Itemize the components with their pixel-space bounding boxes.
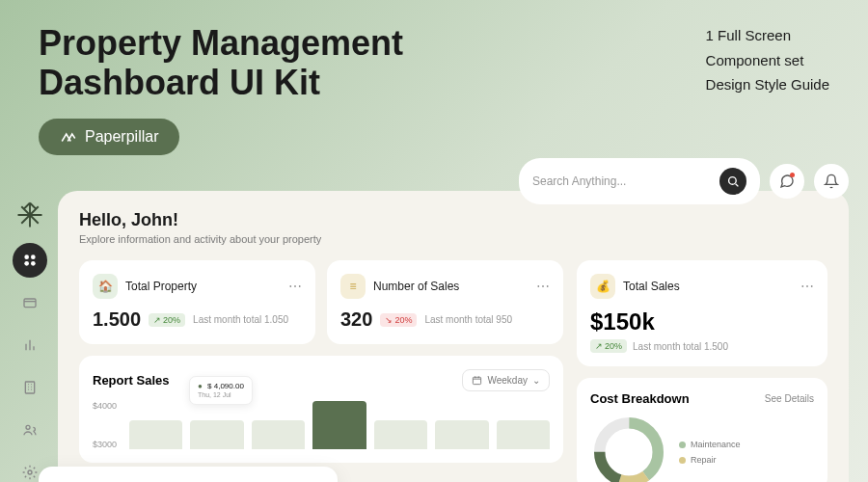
donut-chart bbox=[590, 414, 667, 482]
greeting-title: Hello, John! bbox=[79, 210, 827, 230]
hero-bullets: 1 Full Screen Component set Design Style… bbox=[706, 23, 829, 97]
chart-bar bbox=[252, 420, 305, 449]
svg-point-0 bbox=[728, 176, 736, 184]
report-chart: $4000 $3000 $ 4,090.00 Thu, 12 Jul bbox=[93, 401, 550, 449]
chart-tooltip: $ 4,090.00 Thu, 12 Jul bbox=[189, 376, 253, 405]
notification-dot bbox=[790, 173, 795, 177]
greeting-subtitle: Explore information and activity about y… bbox=[79, 233, 827, 245]
svg-rect-9 bbox=[474, 377, 481, 384]
total-property-card: 🏠 Total Property ⋯ 1.500 ↗ 20% Last mont… bbox=[79, 260, 315, 344]
sidebar bbox=[10, 201, 50, 482]
chart-bar bbox=[435, 420, 488, 449]
svg-point-4 bbox=[31, 261, 36, 266]
chart-bar bbox=[129, 420, 182, 449]
chart-icon bbox=[22, 337, 38, 353]
wallet-icon bbox=[22, 295, 38, 310]
grid-icon bbox=[22, 253, 38, 268]
more-icon[interactable]: ⋯ bbox=[288, 279, 302, 294]
sidebar-item-property[interactable] bbox=[13, 370, 47, 405]
sales-icon: ≡ bbox=[340, 274, 366, 299]
svg-rect-6 bbox=[25, 382, 34, 393]
greeting: Hello, John! Explore information and act… bbox=[79, 210, 827, 245]
money-bag-icon: 💰 bbox=[590, 274, 615, 299]
legend-item: Repair bbox=[679, 455, 741, 465]
brand-pill[interactable]: Paperpillar bbox=[39, 119, 179, 155]
dashboard-panel: Search Anything... bbox=[58, 191, 849, 482]
search-button[interactable] bbox=[719, 168, 746, 195]
bell-icon bbox=[824, 174, 839, 189]
svg-point-7 bbox=[26, 425, 30, 429]
sidebar-item-dashboard[interactable] bbox=[13, 243, 47, 278]
chevron-down-icon: ⌄ bbox=[532, 375, 540, 386]
cost-breakdown-card: Cost Breakdown See Details Maintenance R… bbox=[577, 378, 827, 482]
sidebar-item-analytics[interactable] bbox=[13, 328, 47, 362]
calendar-icon bbox=[472, 375, 482, 386]
property-icon: 🏠 bbox=[93, 274, 118, 299]
trend-down-icon: ↘ 20% bbox=[380, 313, 417, 327]
trend-up-icon: ↗ 20% bbox=[590, 339, 627, 353]
chart-bar-active bbox=[312, 401, 366, 449]
chart-bar bbox=[374, 420, 427, 449]
more-icon[interactable]: ⋯ bbox=[536, 279, 550, 294]
chat-button[interactable] bbox=[770, 164, 804, 199]
more-icon[interactable]: ⋯ bbox=[800, 279, 814, 294]
sidebar-item-users[interactable] bbox=[13, 413, 47, 447]
total-sales-card: 💰 Total Sales ⋯ $150k ↗ 20% Last month t… bbox=[577, 260, 827, 366]
building-icon bbox=[22, 380, 38, 395]
trend-up-icon: ↗ 20% bbox=[149, 313, 185, 327]
svg-point-8 bbox=[28, 470, 32, 474]
search-icon bbox=[727, 175, 740, 188]
svg-point-3 bbox=[24, 261, 29, 266]
sidebar-item-wallet[interactable] bbox=[13, 285, 47, 320]
users-icon bbox=[22, 422, 38, 438]
brand-logo-icon bbox=[60, 128, 77, 146]
bell-button[interactable] bbox=[814, 164, 849, 199]
gear-icon bbox=[22, 465, 38, 480]
last-transactions-card: Last Transactions See All bbox=[39, 467, 338, 482]
chart-bar bbox=[190, 420, 243, 449]
svg-point-1 bbox=[24, 254, 29, 259]
period-dropdown[interactable]: Weekday ⌄ bbox=[462, 369, 550, 391]
svg-rect-5 bbox=[24, 299, 36, 308]
number-sales-card: ≡ Number of Sales ⋯ 320 ↘ 20% Last month… bbox=[327, 260, 563, 344]
report-sales-card: Report Sales Weekday ⌄ $4000 $3000 $ 4,0… bbox=[79, 356, 563, 463]
svg-point-2 bbox=[31, 254, 36, 259]
chart-bar bbox=[497, 420, 550, 449]
search-input[interactable]: Search Anything... bbox=[519, 158, 760, 204]
see-details-link[interactable]: See Details bbox=[765, 393, 814, 404]
app-logo-icon bbox=[15, 201, 44, 229]
legend-item: Maintenance bbox=[679, 440, 741, 449]
